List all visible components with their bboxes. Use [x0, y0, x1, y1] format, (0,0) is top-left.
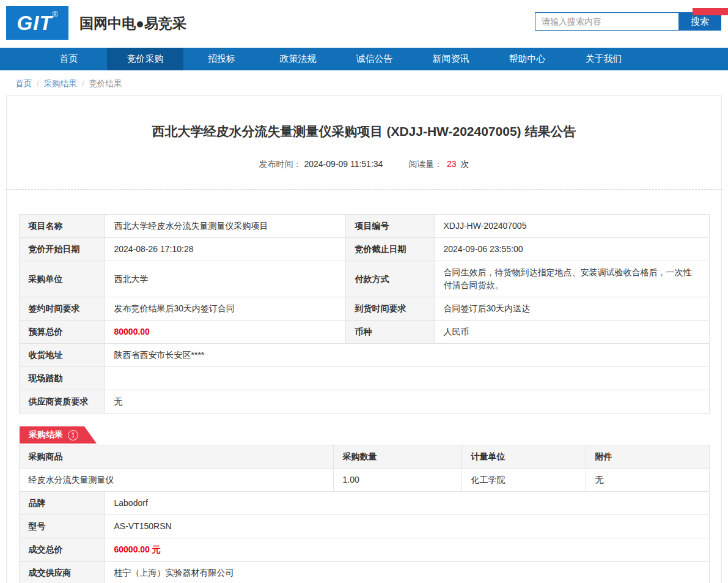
table-row: 成交总价 60000.00 元	[19, 538, 709, 562]
search-input[interactable]	[535, 12, 678, 31]
table-row: 型号 AS-VT150RSN	[19, 515, 709, 538]
page-header: GIT ® 国网中电●易竞采 搜索	[0, 0, 728, 48]
budget-value: 80000.00	[105, 321, 345, 344]
nav-item-policies[interactable]: 政策法规	[260, 48, 336, 70]
item-attachment: 无	[586, 469, 709, 492]
item-quantity: 1.00	[333, 469, 461, 492]
table-row: 供应商资质要求 无	[19, 390, 709, 414]
table-header-row: 采购商品 采购数量 计量单位 附件	[19, 445, 709, 469]
col-attachment: 附件	[586, 445, 709, 469]
budget-label: 预算总价	[19, 321, 105, 344]
bid-start-label: 竞价开始日期	[19, 238, 105, 261]
breadcrumb: 首页/采购结果/竞价结果	[0, 70, 728, 95]
supplier-label: 成交供应商	[19, 562, 105, 583]
table-row: 经皮水分流失量测量仪 1.00 化工学院 无	[19, 469, 709, 492]
publish-time-value: 2024-09-09 11:51:34	[304, 159, 383, 169]
purchase-result-ribbon: 采购结果 1	[20, 426, 97, 444]
nav-item-about-us[interactable]: 关于我们	[565, 48, 642, 70]
views-unit: 次	[461, 159, 469, 169]
project-info-table: 项目名称 西北大学经皮水分流失量测量仪采购项目 项目编号 XDJJ-HW-202…	[19, 214, 710, 414]
result-items-table: 采购商品 采购数量 计量单位 附件 经皮水分流失量测量仪 1.00 化工学院 无	[19, 445, 710, 492]
model-label: 型号	[19, 515, 105, 538]
buyer-value: 西北大学	[105, 261, 345, 297]
table-row: 成交供应商 桂宁（上海）实验器材有限公司	[19, 562, 709, 583]
page-title: 西北大学经皮水分流失量测量仪采购项目 (XDJJ-HW-202407005) 结…	[31, 123, 697, 140]
project-no-label: 项目编号	[345, 215, 434, 238]
table-row: 现场踏勘	[19, 367, 709, 390]
deal-price-label: 成交总价	[19, 538, 105, 562]
project-name-value: 西北大学经皮水分流失量测量仪采购项目	[105, 215, 345, 238]
qualification-value: 无	[105, 390, 709, 414]
table-row: 签约时间要求 发布竞价结果后30天内签订合同 到货时间要求 合同签订后30天内送…	[19, 297, 709, 321]
qualification-label: 供应商资质要求	[19, 390, 105, 414]
table-row: 品牌 Labodorf	[19, 492, 709, 515]
col-product: 采购商品	[19, 445, 333, 469]
address-value: 陕西省西安市长安区****	[105, 344, 709, 367]
table-row: 项目名称 西北大学经皮水分流失量测量仪采购项目 项目编号 XDJJ-HW-202…	[19, 215, 709, 238]
payment-label: 付款方式	[345, 261, 434, 297]
breadcrumb-home[interactable]: 首页	[15, 79, 32, 88]
item-unit: 化工学院	[461, 469, 586, 492]
nav-item-tendering[interactable]: 招投标	[183, 48, 260, 70]
brand-value: Labodorf	[105, 492, 709, 515]
brand-label: 品牌	[19, 492, 105, 515]
registered-trademark-icon: ®	[53, 10, 58, 19]
table-row: 收货地址 陕西省西安市长安区****	[19, 344, 709, 367]
site-logo[interactable]: GIT ®	[6, 6, 68, 40]
corner-red-flag	[693, 8, 728, 15]
nav-item-news[interactable]: 新闻资讯	[413, 48, 489, 70]
col-unit: 计量单位	[461, 445, 586, 469]
deal-price-value: 60000.00 元	[105, 538, 709, 562]
buyer-label: 采购单位	[19, 261, 105, 297]
delivery-time-label: 到货时间要求	[345, 297, 434, 321]
publish-time-label: 发布时间：	[259, 159, 302, 169]
site-survey-label: 现场踏勘	[19, 367, 105, 390]
purchase-result-label: 采购结果	[29, 429, 63, 440]
project-name-label: 项目名称	[19, 215, 105, 238]
views-label: 阅读量：	[408, 159, 443, 169]
currency-value: 人民币	[434, 321, 709, 344]
sign-time-label: 签约时间要求	[19, 297, 105, 321]
result-detail-table: 品牌 Labodorf 型号 AS-VT150RSN 成交总价 60000.00…	[19, 491, 710, 583]
table-row: 采购单位 西北大学 付款方式 合同生效后，待货物到达指定地点、安装调试验收合格后…	[19, 261, 709, 297]
nav-item-bidding-purchase[interactable]: 竞价采购	[107, 48, 183, 70]
breadcrumb-purchase-results[interactable]: 采购结果	[44, 79, 77, 88]
project-no-value: XDJJ-HW-202407005	[434, 215, 709, 238]
main-nav: 首页 竞价采购 招投标 政策法规 诚信公告 新闻资讯 帮助中心 关于我们	[0, 48, 728, 70]
article-meta: 发布时间： 2024-09-09 11:51:34 阅读量： 23 次	[7, 159, 721, 170]
currency-label: 币种	[345, 321, 434, 344]
table-row: 竞价开始日期 2024-08-26 17:10:28 竞价截止日期 2024-0…	[19, 238, 709, 261]
breadcrumb-separator: /	[37, 79, 39, 88]
nav-item-help-center[interactable]: 帮助中心	[489, 48, 565, 70]
sign-time-value: 发布竞价结果后30天内签订合同	[105, 297, 345, 321]
logo-text: GIT	[17, 12, 53, 35]
nav-item-home[interactable]: 首页	[31, 48, 107, 70]
site-survey-value	[105, 367, 709, 390]
delivery-time-value: 合同签订后30天内送达	[434, 297, 709, 321]
supplier-value: 桂宁（上海）实验器材有限公司	[105, 562, 709, 583]
nav-item-integrity-notice[interactable]: 诚信公告	[336, 48, 413, 70]
payment-value: 合同生效后，待货物到达指定地点、安装调试验收合格后，一次性付清合同货款。	[434, 261, 709, 297]
site-title: 国网中电●易竞采	[79, 14, 186, 33]
announcement-card: 西北大学经皮水分流失量测量仪采购项目 (XDJJ-HW-202407005) 结…	[6, 95, 722, 583]
table-row: 预算总价 80000.00 币种 人民币	[19, 321, 709, 344]
breadcrumb-separator: /	[82, 79, 84, 88]
bid-end-label: 竞价截止日期	[345, 238, 434, 261]
result-count-badge: 1	[68, 430, 78, 440]
bid-start-value: 2024-08-26 17:10:28	[105, 238, 345, 261]
bid-end-value: 2024-09-06 23:55:00	[434, 238, 709, 261]
address-label: 收货地址	[19, 344, 105, 367]
model-value: AS-VT150RSN	[105, 515, 709, 538]
breadcrumb-current: 竞价结果	[89, 79, 122, 88]
dashed-divider	[7, 189, 721, 190]
col-quantity: 采购数量	[333, 445, 461, 469]
views-count: 23	[447, 159, 457, 169]
item-product: 经皮水分流失量测量仪	[19, 469, 333, 492]
